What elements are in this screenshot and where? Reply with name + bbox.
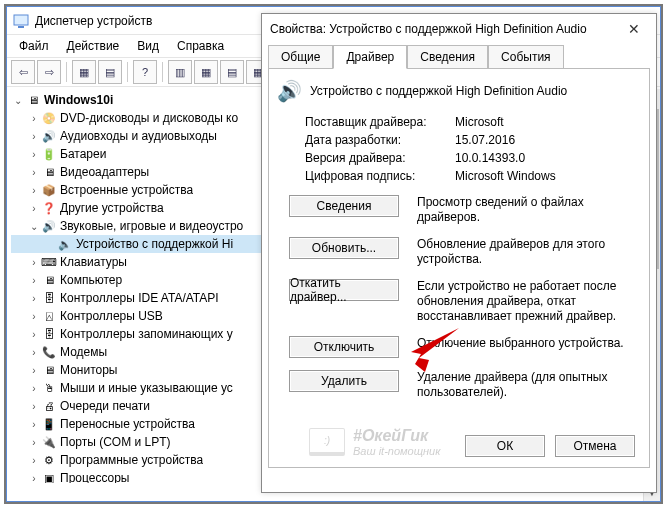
- separator: [66, 62, 67, 82]
- tab-details[interactable]: Сведения: [407, 45, 488, 69]
- update-driver-button[interactable]: Обновить...: [289, 237, 399, 259]
- device-category-icon: 🔌: [41, 434, 57, 450]
- toolbar-btn-2[interactable]: ▤: [98, 60, 122, 84]
- device-category-icon: 📱: [41, 416, 57, 432]
- tab-driver[interactable]: Драйвер: [333, 45, 407, 69]
- tree-item[interactable]: ›🔊Аудиовходы и аудиовыходы: [11, 127, 273, 145]
- tree-item[interactable]: ⌄🔊Звуковые, игровые и видеоустро: [11, 217, 273, 235]
- back-button[interactable]: ⇦: [11, 60, 35, 84]
- tree-item-label: Батареи: [60, 147, 106, 161]
- chevron-icon: ›: [27, 419, 41, 430]
- tab-events[interactable]: События: [488, 45, 564, 69]
- chevron-icon: ›: [27, 455, 41, 466]
- tree-item[interactable]: ›🔋Батареи: [11, 145, 273, 163]
- separator: [127, 62, 128, 82]
- chevron-icon: ›: [27, 131, 41, 142]
- date-value: 15.07.2016: [455, 133, 515, 147]
- tree-item-label: Контроллеры USB: [60, 309, 163, 323]
- toolbar-btn-4[interactable]: ▥: [168, 60, 192, 84]
- chevron-icon: ›: [27, 113, 41, 124]
- uninstall-driver-desc: Удаление драйвера (для опытных пользоват…: [417, 370, 637, 400]
- device-category-icon: 🗄: [41, 290, 57, 306]
- device-category-icon: 🖱: [41, 380, 57, 396]
- chevron-icon: ›: [27, 257, 41, 268]
- tree-item-label: Звуковые, игровые и видеоустро: [60, 219, 243, 233]
- device-category-icon: 🖨: [41, 398, 57, 414]
- toolbar-help-btn[interactable]: ?: [133, 60, 157, 84]
- tree-item-label: Процессоры: [60, 471, 130, 483]
- tree-item-label: Клавиатуры: [60, 255, 127, 269]
- svg-rect-0: [14, 15, 28, 25]
- menu-action[interactable]: Действие: [59, 37, 128, 55]
- device-category-icon: ❓: [41, 200, 57, 216]
- menu-view[interactable]: Вид: [129, 37, 167, 55]
- rollback-driver-button[interactable]: Откатить драйвер...: [289, 279, 399, 301]
- tree-item[interactable]: ›📱Переносные устройства: [11, 415, 273, 433]
- tree-item[interactable]: ›⌨Клавиатуры: [11, 253, 273, 271]
- tree-item[interactable]: ›❓Другие устройства: [11, 199, 273, 217]
- update-driver-desc: Обновление драйверов для этого устройств…: [417, 237, 637, 267]
- chevron-icon: ›: [27, 311, 41, 322]
- dialog-close-button[interactable]: ✕: [620, 21, 648, 37]
- tree-item-label: Мониторы: [60, 363, 117, 377]
- dialog-titlebar[interactable]: Свойства: Устройство с поддержкой High D…: [262, 14, 656, 44]
- tree-item[interactable]: ›▣Процессоры: [11, 469, 273, 483]
- speaker-icon: 🔊: [281, 83, 297, 99]
- rollback-driver-desc: Если устройство не работает после обновл…: [417, 279, 637, 324]
- tree-item[interactable]: ›📞Модемы: [11, 343, 273, 361]
- svg-rect-1: [18, 26, 24, 28]
- tree-item[interactable]: ›🗄Контроллеры запоминающих у: [11, 325, 273, 343]
- tree-item[interactable]: ›🖥Мониторы: [11, 361, 273, 379]
- tree-item[interactable]: ›🖨Очереди печати: [11, 397, 273, 415]
- disable-device-button[interactable]: Отключить: [289, 336, 399, 358]
- device-category-icon: 🖥: [41, 362, 57, 378]
- uninstall-driver-button[interactable]: Удалить: [289, 370, 399, 392]
- tree-item[interactable]: ›🗄Контроллеры IDE ATA/ATAPI: [11, 289, 273, 307]
- device-category-icon: 📀: [41, 110, 57, 126]
- chevron-icon: ›: [27, 167, 41, 178]
- ok-button[interactable]: ОК: [465, 435, 545, 457]
- tree-item[interactable]: ›⚙Программные устройства: [11, 451, 273, 469]
- device-name: Устройство с поддержкой High Definition …: [310, 84, 567, 98]
- forward-button[interactable]: ⇨: [37, 60, 61, 84]
- tree-item[interactable]: ›📀DVD-дисководы и дисководы ко: [11, 109, 273, 127]
- tree-root[interactable]: ⌄ 🖥 Windows10i: [11, 91, 273, 109]
- toolbar-btn-5[interactable]: ▦: [194, 60, 218, 84]
- tree-item-label: Переносные устройства: [60, 417, 195, 431]
- tab-general[interactable]: Общие: [268, 45, 333, 69]
- toolbar-btn-6[interactable]: ▤: [220, 60, 244, 84]
- tree-item[interactable]: ›🖱Мыши и иные указывающие ус: [11, 379, 273, 397]
- tree-item[interactable]: ›⍓Контроллеры USB: [11, 307, 273, 325]
- watermark-tag: Ваш it-помощник: [353, 445, 440, 457]
- device-category-icon: ▣: [41, 470, 57, 483]
- device-category-icon: 🔊: [41, 128, 57, 144]
- menu-help[interactable]: Справка: [169, 37, 232, 55]
- date-label: Дата разработки:: [305, 133, 455, 147]
- driver-details-button[interactable]: Сведения: [289, 195, 399, 217]
- tree-item[interactable]: ›🖥Компьютер: [11, 271, 273, 289]
- device-category-icon: 🗄: [41, 326, 57, 342]
- tree-item-label: Порты (COM и LPT): [60, 435, 171, 449]
- chevron-down-icon: ⌄: [11, 95, 25, 106]
- properties-dialog: Свойства: Устройство с поддержкой High D…: [261, 13, 657, 493]
- device-category-icon: 🔊: [41, 218, 57, 234]
- tree-item-label: Мыши и иные указывающие ус: [60, 381, 233, 395]
- chevron-icon: ›: [27, 473, 41, 484]
- watermark: :) #ОкейГик Ваш it-помощник: [309, 427, 440, 457]
- tree-item-label: Встроенные устройства: [60, 183, 193, 197]
- device-manager-icon: [13, 13, 29, 29]
- tree-child-item[interactable]: ·🔈Устройство с поддержкой Hi: [11, 235, 273, 253]
- device-tree[interactable]: ⌄ 🖥 Windows10i ›📀DVD-дисководы и дисково…: [7, 89, 277, 483]
- tree-item[interactable]: ›📦Встроенные устройства: [11, 181, 273, 199]
- tree-item[interactable]: ›🔌Порты (COM и LPT): [11, 433, 273, 451]
- chevron-icon: ›: [27, 401, 41, 412]
- toolbar-btn-1[interactable]: ▦: [72, 60, 96, 84]
- cancel-button[interactable]: Отмена: [555, 435, 635, 457]
- chevron-icon: ›: [27, 203, 41, 214]
- tree-root-label: Windows10i: [44, 93, 113, 107]
- tree-item[interactable]: ›🖥Видеоадаптеры: [11, 163, 273, 181]
- driver-details-desc: Просмотр сведений о файлах драйверов.: [417, 195, 637, 225]
- menu-file[interactable]: Файл: [11, 37, 57, 55]
- chevron-icon: ›: [27, 149, 41, 160]
- chevron-icon: ⌄: [27, 221, 41, 232]
